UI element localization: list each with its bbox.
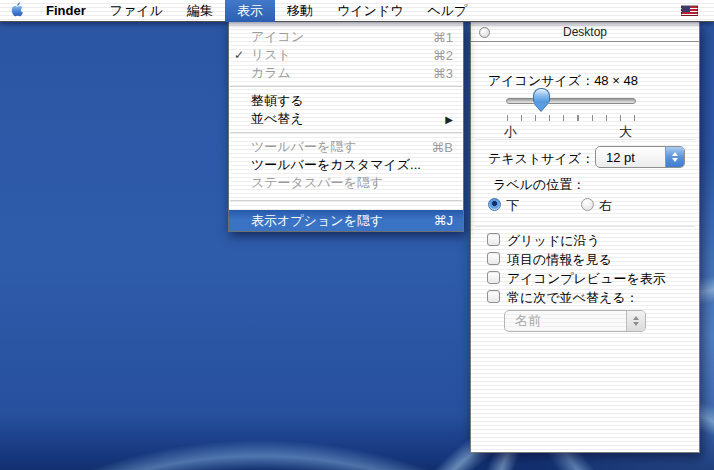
menu-item-column-view: カラム ⌘3 xyxy=(229,64,463,82)
apple-menu[interactable] xyxy=(0,0,34,22)
menubar-item-window[interactable]: ウインドウ xyxy=(325,0,416,22)
menubar-item-file[interactable]: ファイル xyxy=(98,0,175,22)
us-flag-icon[interactable] xyxy=(681,5,698,16)
menu-separator xyxy=(230,200,462,201)
icon-size-value: 48 × 48 xyxy=(594,73,638,88)
slider-thumb-tip xyxy=(534,103,548,111)
section-separator xyxy=(475,226,695,227)
radio-label-bottom[interactable] xyxy=(488,198,501,211)
slider-tick-marks xyxy=(507,115,635,121)
menu-item-list-view: ✓ リスト ⌘2 xyxy=(229,46,463,64)
checkbox-keep-arranged-by[interactable] xyxy=(487,290,500,303)
radio-label-bottom-text: 下 xyxy=(506,197,519,215)
menubar-item-go[interactable]: 移動 xyxy=(275,0,325,22)
text-size-popup[interactable]: 12 pt xyxy=(595,146,685,168)
stepper-arrows-icon xyxy=(626,311,645,331)
label-position-label: ラベルの位置： xyxy=(493,176,585,194)
menu-item-clean-up[interactable]: 整頓する xyxy=(229,92,463,110)
menubar-item-view[interactable]: 表示 xyxy=(225,0,275,22)
menu-bar: Finder ファイル 編集 表示 移動 ウインドウ ヘルプ xyxy=(0,0,714,22)
menu-separator xyxy=(230,132,462,133)
menu-item-icon-view: アイコン ⌘1 xyxy=(229,28,463,46)
close-button[interactable] xyxy=(479,27,490,38)
checkbox-row: グリッドに沿う xyxy=(471,232,699,248)
sort-by-value: 名前 xyxy=(505,312,626,330)
sort-by-popup: 名前 xyxy=(504,310,646,332)
checkbox-show-item-info[interactable] xyxy=(487,252,500,265)
view-options-window: Desktop アイコンサイズ：48 × 48 小 大 テキストサイズ： 12 … xyxy=(470,22,700,453)
checkbox-row: 項目の情報を見る xyxy=(471,251,699,267)
palette-title-bar[interactable]: Desktop xyxy=(471,22,699,42)
radio-label-right[interactable] xyxy=(581,198,594,211)
menu-separator xyxy=(230,86,462,87)
menu-item-arrange-by[interactable]: 並べ替え ▶ xyxy=(229,110,463,128)
menubar-item-finder[interactable]: Finder xyxy=(34,0,98,22)
checkbox-row: 常に次で並べ替える： xyxy=(471,289,699,305)
radio-label-right-text: 右 xyxy=(599,197,612,215)
checkmark-icon: ✓ xyxy=(234,48,251,62)
apple-logo-icon xyxy=(10,1,25,21)
icon-size-label: アイコンサイズ：48 × 48 xyxy=(488,72,638,90)
icon-size-slider-thumb[interactable] xyxy=(533,88,550,111)
menu-item-hide-view-options[interactable]: 表示オプションを隠す ⌘J xyxy=(229,210,463,231)
flag-canton xyxy=(682,6,690,12)
section-separator xyxy=(475,139,695,140)
checkbox-snap-to-grid[interactable] xyxy=(487,233,500,246)
label-position-radio-group: 下 右 xyxy=(471,197,699,213)
icon-size-slider-track[interactable] xyxy=(506,98,636,104)
desktop: { "colors": { "menu_highlight": "#3a72c4… xyxy=(0,0,714,470)
menu-item-customize-toolbar[interactable]: ツールバーをカスタマイズ... xyxy=(229,156,463,174)
checkbox-show-icon-preview[interactable] xyxy=(487,271,500,284)
menu-item-hide-toolbar: ツールバーを隠す ⌘B xyxy=(229,138,463,156)
menu-item-hide-status-bar: ステータスバーを隠す xyxy=(229,174,463,192)
view-menu-dropdown: アイコン ⌘1 ✓ リスト ⌘2 カラム ⌘3 整頓する 並べ替え ▶ ツールバ… xyxy=(228,22,464,232)
text-size-label: テキストサイズ： xyxy=(488,150,594,168)
window-title: Desktop xyxy=(471,25,699,39)
checkbox-row: アイコンプレビューを表示 xyxy=(471,270,699,286)
stepper-arrows-icon xyxy=(665,147,684,167)
menubar-item-help[interactable]: ヘルプ xyxy=(415,0,479,22)
menubar-item-edit[interactable]: 編集 xyxy=(175,0,225,22)
text-size-value: 12 pt xyxy=(596,150,665,165)
palette-body: アイコンサイズ：48 × 48 小 大 テキストサイズ： 12 pt ラベルの位… xyxy=(471,42,699,452)
slider-thumb-cap xyxy=(533,88,550,103)
submenu-arrow-icon: ▶ xyxy=(445,114,453,125)
